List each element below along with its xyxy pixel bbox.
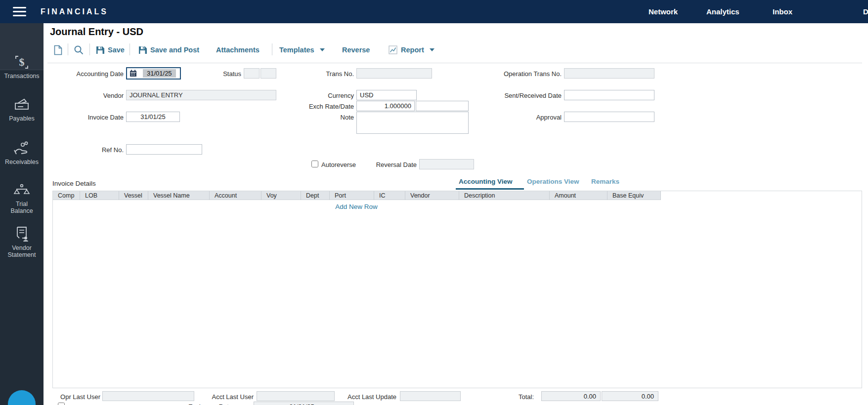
trans-no-label: Trans No. <box>297 70 354 78</box>
total-amount-box: 0.00 <box>541 391 601 401</box>
new-document-button[interactable] <box>54 43 62 56</box>
app-title: FINANCIALS <box>41 7 108 16</box>
column-header-voy[interactable]: Voy <box>261 191 301 200</box>
reversal-date-label: Reversal Date <box>357 161 417 168</box>
save-and-post-label: Save and Post <box>150 46 199 54</box>
top-bar: FINANCIALS Network Analytics Inbox D <box>0 0 868 23</box>
opr-last-user-field <box>102 391 194 401</box>
nav-inbox[interactable]: Inbox <box>773 7 792 16</box>
currency-field[interactable] <box>356 90 417 100</box>
chat-widget-button[interactable] <box>8 390 36 405</box>
nav-network[interactable]: Network <box>649 7 678 16</box>
exch-date-field[interactable] <box>416 101 469 111</box>
invoice-date-field[interactable] <box>126 112 180 122</box>
report-label: Report <box>401 46 424 54</box>
dollar-transfer-icon: $ <box>13 54 30 71</box>
calendar-icon[interactable] <box>130 70 137 77</box>
column-header-description[interactable]: Description <box>459 191 550 200</box>
operation-trans-no-label: Operation Trans No. <box>475 70 562 78</box>
sidebar-item-receivables[interactable]: Receivables <box>0 141 43 165</box>
add-new-row-link[interactable]: Add New Row <box>319 203 393 210</box>
accounting-date-field[interactable]: 31/01/25 <box>126 67 181 80</box>
acct-last-user-field <box>257 391 335 401</box>
total-label: Total: <box>494 393 534 401</box>
column-header-ic[interactable]: IC <box>374 191 405 200</box>
operation-trans-no-field <box>564 68 654 79</box>
save-label: Save <box>108 46 125 54</box>
hamburger-menu-icon[interactable] <box>13 7 26 16</box>
sidebar-item-trial-balance[interactable]: Trial Balance <box>0 184 43 214</box>
sent-received-date-field[interactable] <box>564 90 654 100</box>
reverse-button[interactable]: Reverse <box>342 43 370 56</box>
currency-label: Currency <box>306 92 354 99</box>
balance-scale-icon <box>13 184 31 199</box>
ref-no-label: Ref No. <box>59 146 124 154</box>
tab-accounting-view[interactable]: Accounting View <box>459 178 513 185</box>
column-header-base-equiv[interactable]: Base Equiv <box>608 191 661 200</box>
acct-last-update-field <box>400 391 461 401</box>
chevron-down-icon <box>320 48 325 51</box>
page-title: Journal Entry - USD <box>50 26 143 38</box>
column-header-dept[interactable]: Dept <box>301 191 330 200</box>
tab-remarks[interactable]: Remarks <box>591 178 619 185</box>
save-icon <box>138 46 147 54</box>
svg-text:$: $ <box>19 56 25 68</box>
save-button[interactable]: Save <box>96 43 125 56</box>
toolbar-divider <box>89 43 90 55</box>
column-header-comp[interactable]: Comp <box>53 191 80 200</box>
ref-no-field[interactable] <box>126 144 202 155</box>
total-base-equiv-box: 0.00 <box>602 391 658 401</box>
approval-label: Approval <box>494 114 562 121</box>
templates-dropdown[interactable]: Templates <box>279 43 325 56</box>
toolbar-separator <box>47 63 862 63</box>
nav-partial-item[interactable]: D <box>863 7 868 16</box>
vendor-label: Vendor <box>74 92 124 99</box>
hand-coins-icon <box>13 141 31 157</box>
approval-field[interactable] <box>564 112 654 122</box>
trans-no-field <box>356 68 432 79</box>
reversal-date-field <box>419 159 474 169</box>
toolbar-divider <box>68 43 68 55</box>
search-button[interactable] <box>74 43 84 56</box>
column-header-vessel[interactable]: Vessel <box>119 191 148 200</box>
save-and-post-button[interactable]: Save and Post <box>138 43 199 56</box>
status-box-2 <box>260 68 276 79</box>
column-header-lob[interactable]: LOB <box>80 191 119 200</box>
cheque-pen-icon <box>13 97 30 113</box>
column-header-amount[interactable]: Amount <box>550 191 608 200</box>
exch-rate-field[interactable] <box>356 101 415 111</box>
report-dropdown[interactable]: Report <box>389 43 434 56</box>
column-header-vessel-name[interactable]: Vessel Name <box>148 191 210 200</box>
sidebar-item-payables[interactable]: Payables <box>0 97 43 122</box>
acct-last-update-label: Acct Last Update <box>337 393 396 401</box>
note-field[interactable] <box>356 112 469 134</box>
vendor-field[interactable] <box>126 90 276 100</box>
tab-operations-view[interactable]: Operations View <box>527 178 579 185</box>
sidebar-item-transactions[interactable]: $ Transactions <box>0 54 43 80</box>
report-chart-icon <box>389 45 397 54</box>
nav-analytics[interactable]: Analytics <box>706 7 739 16</box>
column-header-account[interactable]: Account <box>210 191 261 200</box>
note-label: Note <box>297 114 354 121</box>
sent-received-date-label: Sent/Received Date <box>494 92 562 99</box>
reverse-label: Reverse <box>342 46 370 54</box>
opr-last-user-label: Opr Last User <box>49 393 100 401</box>
journal-entry-screen: FINANCIALS Network Analytics Inbox D $ T… <box>0 0 868 405</box>
attachments-button[interactable]: Attachments <box>216 43 260 56</box>
chevron-down-icon <box>430 48 434 51</box>
sidebar-item-vendor-statement[interactable]: Vendor Statement <box>0 226 43 258</box>
partial-row-label: Exchange Rate <box>168 403 232 405</box>
invoice-date-label: Invoice Date <box>74 114 124 121</box>
autoreverse-checkbox[interactable] <box>311 161 318 167</box>
column-header-vendor[interactable]: Vendor <box>405 191 459 200</box>
attachments-label: Attachments <box>216 46 260 54</box>
invoice-details-grid: Comp LOB Vessel Vessel Name Account Voy … <box>52 191 862 388</box>
sidebar: $ Transactions Payables Receivables <box>0 23 43 405</box>
status-box-1 <box>244 68 260 79</box>
column-header-port[interactable]: Port <box>330 191 374 200</box>
acct-last-user-label: Acct Last User <box>203 393 254 401</box>
partial-row-value-box: 31/01/25 <box>254 402 354 405</box>
accounting-date-label: Accounting Date <box>44 70 124 78</box>
save-icon <box>96 46 104 54</box>
partial-row-checkbox[interactable] <box>58 403 65 405</box>
